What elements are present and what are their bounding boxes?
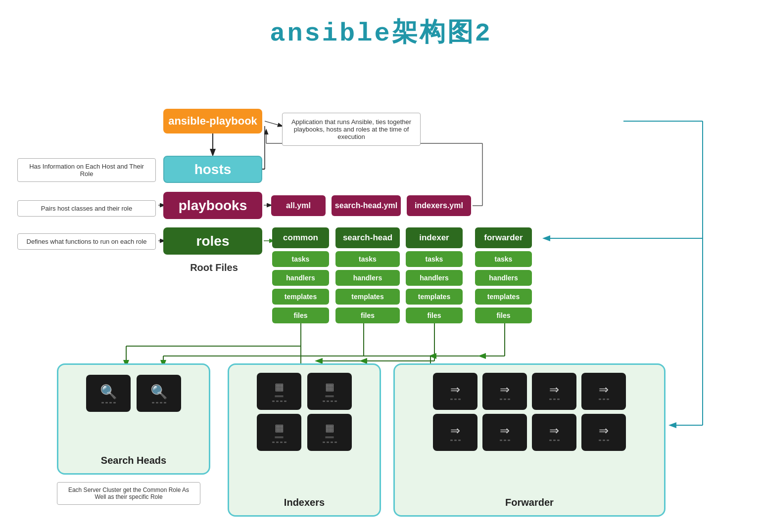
fwd-templates: templates xyxy=(475,289,532,305)
ap-description: Application that runs Ansible, ties toge… xyxy=(282,113,421,146)
forwarder-cluster: ⇒ ⇒ ⇒ xyxy=(393,363,666,517)
svg-line-0 xyxy=(265,121,282,126)
search-head-header: search-head xyxy=(335,227,400,248)
common-tasks: tasks xyxy=(272,251,329,267)
desc-playbooks: Pairs host classes and their role xyxy=(17,200,156,217)
indexer-server-3: ▦ ══ xyxy=(257,414,301,451)
indexer-header: indexer xyxy=(406,227,463,248)
fwd-handlers: handlers xyxy=(475,270,532,286)
desc-roles: Defines what functions to run on each ro… xyxy=(17,233,156,250)
forwarder-title: Forwarder xyxy=(395,497,664,508)
fwd-tasks: tasks xyxy=(475,251,532,267)
ansible-playbook-label: ansible-playbook xyxy=(168,115,257,128)
forwarder-server-4: ⇒ xyxy=(581,373,626,410)
search-heads-title: Search Heads xyxy=(58,455,209,466)
forwarder-header: forwarder xyxy=(475,227,532,248)
forwarder-role-col: forwarder tasks handlers templates files xyxy=(475,227,532,323)
indexer-server-4: ▦ ══ xyxy=(307,414,352,451)
search-heads-cluster: 🔍 🔍 Search Heads xyxy=(57,363,210,475)
indexer-server-1: ▦ ══ xyxy=(257,373,301,410)
indexers-yml-box: indexers.yml xyxy=(407,195,471,216)
idx-handlers: handlers xyxy=(406,270,463,286)
forwarder-server-6: ⇒ xyxy=(482,414,527,451)
idx-tasks: tasks xyxy=(406,251,463,267)
sh-files: files xyxy=(335,308,400,323)
hosts-label: hosts xyxy=(194,162,232,177)
sh-handlers: handlers xyxy=(335,270,400,286)
idx-files: files xyxy=(406,308,463,323)
roles-box: roles xyxy=(163,227,262,255)
hosts-box: hosts xyxy=(163,156,262,183)
common-files: files xyxy=(272,308,329,323)
bottom-description: Each Server Cluster get the Common Role … xyxy=(57,482,200,505)
forwarder-server-3: ⇒ xyxy=(532,373,576,410)
search-head-server-1: 🔍 xyxy=(86,375,131,412)
playbooks-box: playbooks xyxy=(163,192,262,219)
indexers-title: Indexers xyxy=(229,497,380,508)
common-handlers: handlers xyxy=(272,270,329,286)
sh-tasks: tasks xyxy=(335,251,400,267)
forwarder-server-2: ⇒ xyxy=(482,373,527,410)
forwarder-server-1: ⇒ xyxy=(433,373,477,410)
search-head-server-2: 🔍 xyxy=(137,375,181,412)
sh-templates: templates xyxy=(335,289,400,305)
idx-templates: templates xyxy=(406,289,463,305)
indexers-cluster: ▦ ══ ▦ ══ xyxy=(228,363,381,517)
all-yml-box: all.yml xyxy=(271,195,326,216)
roles-label: roles xyxy=(196,233,230,249)
indexer-role-col: indexer tasks handlers templates files xyxy=(406,227,463,323)
search-head-yml-box: search-head.yml xyxy=(332,195,401,216)
forwarder-server-8: ⇒ xyxy=(581,414,626,451)
common-role-col: common tasks handlers templates files xyxy=(272,227,329,323)
forwarder-server-7: ⇒ xyxy=(532,414,576,451)
desc-hosts: Has Information on Each Host and Their R… xyxy=(17,158,156,182)
fwd-files: files xyxy=(475,308,532,323)
page-title: ansible架构图2 xyxy=(0,0,762,59)
common-templates: templates xyxy=(272,289,329,305)
playbooks-label: playbooks xyxy=(179,198,247,214)
indexer-server-2: ▦ ══ xyxy=(307,373,352,410)
ansible-playbook-box: ansible-playbook xyxy=(163,109,262,133)
forwarder-server-5: ⇒ xyxy=(433,414,477,451)
root-files-label: Root Files xyxy=(176,262,252,273)
common-header: common xyxy=(272,227,329,248)
search-head-role-col: search-head tasks handlers templates fil… xyxy=(335,227,400,323)
